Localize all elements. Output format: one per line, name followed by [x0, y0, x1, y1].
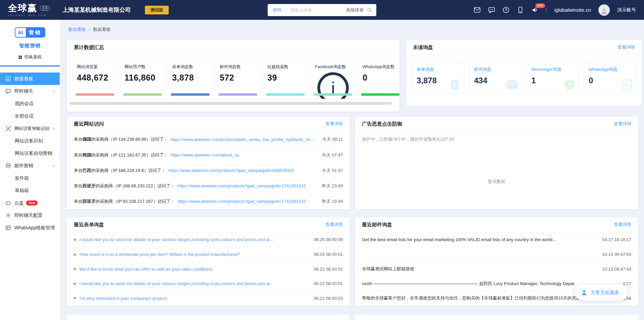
sidebar-item-dashboard[interactable]: 数据看板 — [0, 73, 60, 85]
site-domain[interactable]: iglobalwinsite.cn — [554, 7, 591, 13]
logo-text: 全球赢 — [8, 4, 37, 13]
inquiry-link[interactable]: I'm very interested in your company's pr… — [79, 296, 309, 301]
svg-text:EDM: EDM — [6, 165, 10, 167]
visit-url-link[interactable]: https://www.atwwren.com/product/atwh_ser… — [171, 137, 318, 142]
search-input[interactable] — [290, 7, 346, 12]
help-icon[interactable]: ? — [502, 6, 509, 13]
stat-card-users: 网站用户数 116,860 — [120, 59, 165, 99]
inquiry-row: I'm very interested in your company's pr… — [74, 291, 343, 306]
cloud-icon — [5, 200, 11, 206]
mail-icon[interactable] — [474, 6, 481, 13]
advanced-search-link[interactable]: 高级搜索 — [346, 7, 364, 13]
sidebar-item-whatsapp-templates[interactable]: WhatsApp模板管理 — [0, 222, 60, 234]
inquiry-time: 06.23 08:00:01 — [314, 267, 343, 272]
chevron-up-icon — [52, 127, 56, 131]
inquiry-link[interactable]: We'd like to know what you can offer as … — [79, 267, 309, 272]
inquiry-time: 06.21 08:00:03 — [314, 296, 343, 301]
stat-color-bar — [266, 93, 305, 96]
sidebar-item-cloud-drive[interactable]: 云盘 New — [0, 197, 60, 209]
sidebar-item-chat-config[interactable]: 即时聊天配置 — [0, 209, 60, 222]
inquiry-time: 04.17 16:18:17 — [602, 237, 631, 242]
visit-row: 来自西班牙的采购商（IP:93.156.217.167）访问了： https:/… — [74, 193, 343, 209]
sidebar-item-email-marketing[interactable]: EDM 邮件营销 — [0, 159, 60, 172]
whatsapp-icon — [621, 78, 633, 91]
inquiry-row: How much is it on a wholesale price per … — [74, 247, 343, 262]
inquiry-link[interactable]: I would like you to send me details of y… — [79, 281, 309, 286]
next-panel-stub — [67, 315, 350, 320]
panel-title: 未读询盘 — [413, 44, 433, 51]
sidebar-item-visitor-auto-marketing[interactable]: 网站访客自动营销 — [0, 147, 60, 159]
mobile-icon[interactable] — [517, 6, 524, 13]
unread-card-messenger[interactable]: Messenger询盘 1 — [526, 62, 579, 94]
logo-version-badge: 2.0 — [40, 6, 50, 11]
customer-service-widget[interactable]: 天擎天拓服务 — [575, 285, 628, 301]
view-details-link[interactable]: 查看详情 — [618, 44, 635, 50]
visit-url-link[interactable]: https://www.atwwren.com/products?gad_cam… — [177, 199, 317, 204]
sidebar-menu: 数据看板 即时聊天 我的会话 全部会话 网站访客智能识别 网站访客识别 网站访客… — [0, 73, 60, 234]
email-subject[interactable]: 全球赢测试网站上邮箱接收 — [362, 266, 597, 272]
email-subject[interactable]: Get the best email lists for your email … — [362, 237, 597, 242]
sidebar-item-visitor-recognition-group[interactable]: 网站访客智能识别 — [0, 122, 60, 135]
visit-url-link[interactable]: https://www.atwwren.com/products?gad_cam… — [177, 183, 317, 188]
recent-visits-panel: 最近网站访问 查看详情 来自德国的采购商（IP:134.238.85.98）访问… — [67, 117, 350, 209]
stat-card-facebook-inquiries: Facebook询盘数 i 63 — [311, 59, 356, 99]
user-avatar[interactable] — [598, 4, 610, 16]
search-divider — [286, 7, 286, 13]
unread-card-email[interactable]: 邮件询盘 434 — [469, 62, 522, 94]
ai-logo-left: AI — [15, 28, 26, 37]
sidebar-item-drafts[interactable]: 草稿箱 — [0, 184, 60, 197]
account-name[interactable]: 演示账号 — [617, 7, 636, 13]
visit-time: 昨天 23:49 — [322, 198, 343, 204]
chat-icon[interactable] — [488, 6, 495, 13]
sidebar-item-visitor-recognition[interactable]: 网站访客识别 — [0, 135, 60, 147]
stat-color-bar — [218, 93, 257, 96]
cloud-new-badge: New — [26, 200, 38, 205]
trial-version-badge[interactable]: 测试版 — [145, 6, 169, 14]
stat-card-pageviews: 网站浏览量 448,672 — [72, 59, 117, 99]
visit-row: 来自巴西的采购商（IP:186.224.19.8）访问了： https://ww… — [74, 163, 343, 178]
view-details-link[interactable]: 查看详情 — [614, 121, 631, 127]
company-name: 上海某某机械制造有限公司 — [62, 6, 131, 14]
search-icon[interactable] — [367, 7, 372, 13]
ai-logo-right: 营销 — [26, 28, 45, 37]
chevron-up-icon — [52, 89, 56, 93]
sidebar-item-instant-chat[interactable]: 即时聊天 — [0, 85, 60, 97]
bar-chart-icon — [5, 76, 11, 82]
main-content: 数据看板 / 数据看板 累计数据汇总 网站浏览量 448,672 网站用户数 — [60, 20, 644, 320]
unread-card-whatsapp[interactable]: WhatsApp询盘 0 — [584, 62, 636, 94]
inquiry-row: 10.13 09:47:53 — [362, 247, 631, 262]
visit-url-link[interactable]: https://www.atwwren.com/products?gad_cam… — [168, 168, 317, 173]
sidebar-item-all-sessions[interactable]: 全部会话 — [0, 110, 60, 122]
chevron-up-icon — [52, 164, 56, 168]
stat-card-whatsapp-inquiries: WhatsApp询盘数 0 — [358, 59, 399, 99]
visit-url-link[interactable]: https://www.atwwren.com/about_us — [171, 152, 317, 157]
app-logo[interactable]: 全球赢 2.0 IGLOBAL WIN.COM — [8, 4, 50, 16]
sidebar-item-outbox[interactable]: 发件箱 — [0, 172, 60, 184]
panel-title: 广告恶意点击防御 — [362, 121, 402, 127]
ai-marketing-logo[interactable]: AI 营销 — [15, 27, 45, 38]
breadcrumb-link[interactable]: 数据看板 — [68, 27, 86, 33]
view-details-link[interactable]: 查看详情 — [325, 121, 343, 127]
inquiry-link[interactable]: How much is it on a wholesale price per … — [79, 252, 309, 257]
inquiry-link[interactable]: I would like you to send me details of y… — [79, 237, 309, 242]
switch-system-button[interactable]: 切换系统 — [0, 54, 60, 60]
announcement-icon[interactable]: new — [531, 6, 538, 13]
gear-icon — [5, 213, 11, 218]
stat-color-bar — [361, 93, 399, 96]
sidebar-item-my-sessions[interactable]: 我的会话 — [0, 97, 60, 110]
search-category-select[interactable]: 邮件 — [273, 7, 282, 13]
envelope-icon — [506, 78, 519, 91]
unread-card-form[interactable]: 表单询盘 3,878 — [412, 62, 464, 94]
template-icon — [5, 225, 11, 231]
form-inquiry-list: I would like you to send me details of y… — [67, 232, 350, 306]
inquiry-row: I would like you to send me details of y… — [74, 276, 343, 291]
stat-color-bar — [314, 93, 353, 96]
visit-time: 今天 01:37 — [322, 168, 343, 174]
inquiry-time: 06.22 08:00:01 — [314, 281, 343, 286]
view-details-link[interactable]: 查看详情 — [614, 222, 631, 228]
bullet-dot — [74, 254, 76, 256]
summary-scrollbar[interactable] — [69, 102, 392, 105]
view-details-link[interactable]: 查看详情 — [325, 222, 343, 228]
panel-title: 最近邮件询盘 — [362, 222, 392, 228]
visit-time: 今天 08:11 — [322, 136, 343, 142]
